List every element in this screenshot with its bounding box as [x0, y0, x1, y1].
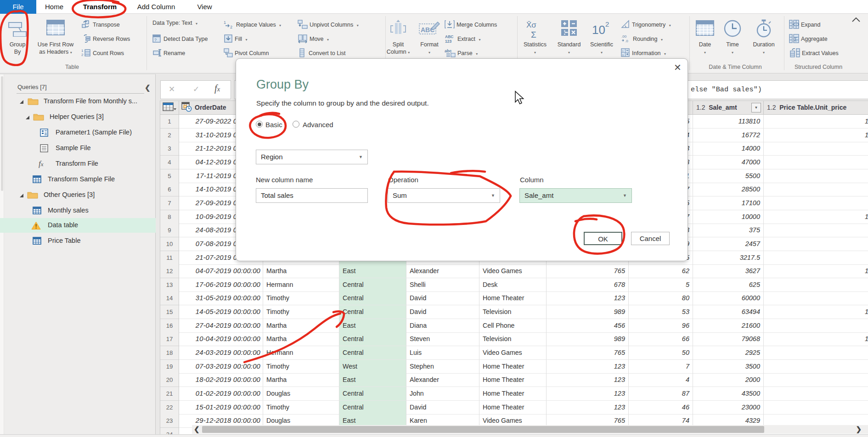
svg-text:2: 2 — [81, 53, 84, 57]
svg-text:ABC: ABC — [445, 34, 453, 39]
svg-text:X̄σ: X̄σ — [526, 21, 536, 29]
svg-text:1: 1 — [81, 49, 84, 53]
svg-text:abc: abc — [445, 49, 452, 53]
svg-text:1: 1 — [224, 20, 226, 25]
svg-text:Σ: Σ — [531, 30, 536, 39]
svg-text:Σ: Σ — [794, 37, 797, 42]
svg-text:2: 2 — [230, 25, 232, 29]
svg-text:?: ? — [154, 38, 157, 42]
svg-text:2: 2 — [605, 20, 609, 28]
svg-text:123: 123 — [445, 39, 451, 43]
svg-text:.00: .00 — [621, 34, 627, 39]
svg-text:.0: .0 — [625, 39, 628, 43]
svg-text:10: 10 — [592, 23, 605, 37]
